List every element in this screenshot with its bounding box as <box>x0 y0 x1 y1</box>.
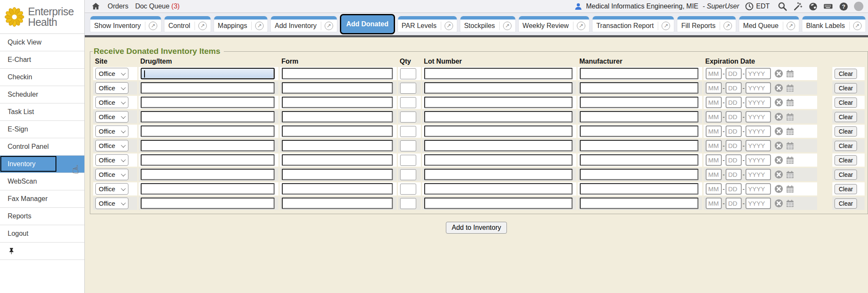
sidebar-item-scheduler[interactable]: Scheduler <box>0 86 84 103</box>
popout-arrow-icon[interactable]: ↗ <box>255 22 264 30</box>
expiration-month-input[interactable] <box>706 111 722 123</box>
sidebar-item-webscan[interactable]: WebScan <box>0 173 84 190</box>
form-input[interactable] <box>282 140 393 151</box>
site-select[interactable]: Office <box>95 126 128 137</box>
expiration-year-input[interactable] <box>746 68 771 79</box>
sidebar-item-e-chart[interactable]: E-Chart <box>0 51 84 69</box>
calendar-icon[interactable] <box>785 69 795 78</box>
expiration-year-input[interactable] <box>746 140 771 151</box>
sidebar-item-e-sign[interactable]: E-Sign <box>0 121 84 138</box>
expiration-day-input[interactable] <box>726 183 742 195</box>
manufacturer-input[interactable] <box>580 111 698 123</box>
calendar-icon[interactable] <box>785 170 795 179</box>
clear-date-icon[interactable] <box>774 199 783 208</box>
lot-number-input[interactable] <box>424 111 573 123</box>
expiration-year-input[interactable] <box>746 169 771 180</box>
clear-date-icon[interactable] <box>774 112 783 121</box>
tab-par-levels[interactable]: PAR Levels ↗ <box>398 16 457 32</box>
breadcrumb-doc-queue[interactable]: Doc Queue (3) <box>135 3 180 10</box>
popout-arrow-icon[interactable]: ↗ <box>723 22 732 30</box>
clear-date-icon[interactable] <box>774 127 783 136</box>
tab-transaction-report[interactable]: Transaction Report ↗ <box>592 16 674 32</box>
calendar-icon[interactable] <box>785 156 795 165</box>
add-to-inventory-button[interactable]: Add to Inventory <box>446 222 507 234</box>
drug-item-input[interactable] <box>141 198 275 209</box>
manufacturer-input[interactable] <box>580 183 698 195</box>
expiration-month-input[interactable] <box>706 97 722 108</box>
sidebar-item-quick-view[interactable]: Quick View <box>0 34 84 51</box>
calendar-icon[interactable] <box>785 127 795 136</box>
expiration-year-input[interactable] <box>746 82 771 94</box>
clear-row-button[interactable]: Clear <box>835 184 857 194</box>
site-select[interactable]: Office <box>95 68 128 79</box>
form-input[interactable] <box>282 126 393 137</box>
expiration-month-input[interactable] <box>706 154 722 166</box>
clock-icon[interactable] <box>744 1 754 11</box>
qty-input[interactable] <box>400 184 416 195</box>
clear-row-button[interactable]: Clear <box>835 155 857 165</box>
tab-med-queue[interactable]: Med Queue ↗ <box>739 16 799 32</box>
tab-add-donated[interactable]: Add Donated ↗ <box>340 14 395 34</box>
tab-blank-labels[interactable]: Blank Labels ↗ <box>802 16 866 32</box>
qty-input[interactable] <box>400 140 416 151</box>
form-input[interactable] <box>282 68 393 79</box>
lot-number-input[interactable] <box>424 183 573 195</box>
calendar-icon[interactable] <box>785 112 795 122</box>
calendar-icon[interactable] <box>785 141 795 151</box>
popout-arrow-icon[interactable]: ↗ <box>503 22 512 30</box>
drug-item-input[interactable] <box>141 183 275 195</box>
drug-item-input[interactable] <box>141 140 275 151</box>
drug-item-input[interactable] <box>141 82 275 94</box>
site-select[interactable]: Office <box>95 140 128 151</box>
drug-item-input[interactable] <box>141 111 275 123</box>
popout-arrow-icon[interactable]: ↗ <box>577 22 585 30</box>
sidebar-item-task-list[interactable]: Task List <box>0 103 84 121</box>
clear-row-button[interactable]: Clear <box>835 69 857 79</box>
expiration-day-input[interactable] <box>726 126 742 137</box>
drug-item-input[interactable] <box>141 97 275 108</box>
clear-row-button[interactable]: Clear <box>835 170 857 180</box>
drug-item-input[interactable] <box>141 154 275 166</box>
popout-arrow-icon[interactable]: ↗ <box>198 22 207 30</box>
lot-number-input[interactable] <box>424 126 573 137</box>
drug-item-input[interactable] <box>141 126 275 137</box>
tab-weekly-review[interactable]: Weekly Review ↗ <box>518 16 590 32</box>
calendar-icon[interactable] <box>785 199 795 208</box>
expiration-day-input[interactable] <box>726 68 742 79</box>
expiration-year-input[interactable] <box>746 154 771 166</box>
popout-arrow-icon[interactable]: ↗ <box>853 22 862 30</box>
sidebar-item-fax-manager[interactable]: Fax Manager <box>0 190 84 208</box>
manufacturer-input[interactable] <box>580 154 698 166</box>
search-icon[interactable] <box>777 1 787 11</box>
clear-date-icon[interactable] <box>774 184 783 193</box>
expiration-month-input[interactable] <box>706 198 722 209</box>
expiration-day-input[interactable] <box>726 198 742 209</box>
qty-input[interactable] <box>400 198 416 209</box>
qty-input[interactable] <box>400 97 416 108</box>
clear-row-button[interactable]: Clear <box>835 83 857 93</box>
sidebar-pin-button[interactable] <box>0 243 84 260</box>
expiration-day-input[interactable] <box>726 169 742 180</box>
tab-show-inventory[interactable]: Show Inventory ↗ <box>90 16 161 32</box>
wand-icon[interactable] <box>793 1 803 11</box>
home-icon[interactable] <box>91 1 101 11</box>
calendar-icon[interactable] <box>785 84 795 93</box>
expiration-year-input[interactable] <box>746 126 771 137</box>
form-input[interactable] <box>282 111 393 123</box>
expiration-month-input[interactable] <box>706 68 722 79</box>
clear-row-button[interactable]: Clear <box>835 98 857 108</box>
site-select[interactable]: Office <box>95 97 128 108</box>
clear-date-icon[interactable] <box>774 170 783 179</box>
tab-add-inventory[interactable]: Add Inventory ↗ <box>270 16 337 32</box>
lot-number-input[interactable] <box>424 198 573 209</box>
clear-date-icon[interactable] <box>774 69 783 78</box>
qty-input[interactable] <box>400 112 416 123</box>
site-select[interactable]: Office <box>95 111 128 123</box>
lot-number-input[interactable] <box>424 68 573 79</box>
lot-number-input[interactable] <box>424 169 573 180</box>
form-input[interactable] <box>282 169 393 180</box>
lot-number-input[interactable] <box>424 154 573 166</box>
expiration-month-input[interactable] <box>706 82 722 94</box>
site-select[interactable]: Office <box>95 169 128 180</box>
globe-icon[interactable] <box>808 1 818 11</box>
